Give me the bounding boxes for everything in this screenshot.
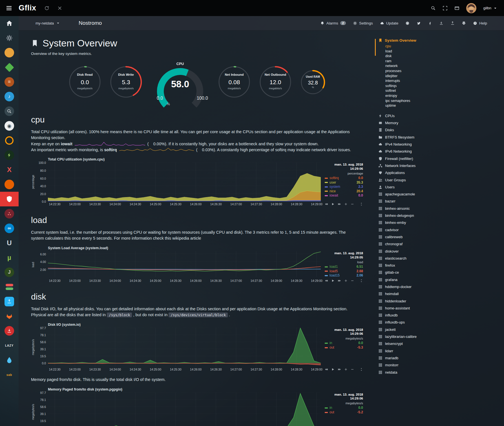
menu-app-monitorr[interactable]: monitorr [378,362,504,369]
menu-app-diskover[interactable]: diskover [378,247,504,255]
zoom-in-icon[interactable] [344,368,348,371]
legend-item-load5[interactable]: load5 2.68 [325,269,363,274]
sidebar-tab-grapes-app[interactable]: ∴ [0,206,19,221]
play-icon[interactable] [331,368,335,371]
menu-app-mariadb[interactable]: mariadb [378,354,504,362]
resize-handle-icon[interactable] [360,279,363,282]
play-icon[interactable] [331,202,335,206]
menu-section-ipv6-networking[interactable]: IPv6 Networking [378,148,504,155]
menu-app-heimdall[interactable]: heimdall [378,290,504,297]
sidebar-tab-downloader[interactable] [0,324,19,338]
zoom-out-icon[interactable] [351,368,354,371]
pan-left-icon[interactable] [325,279,328,282]
menu-item-uptime[interactable]: uptime [385,103,504,108]
resize-handle-icon[interactable] [360,368,363,371]
chart-plot-area[interactable] [48,328,321,367]
menu-item-ram[interactable]: ram [385,59,504,64]
menu-app-binhex-emby[interactable]: binhex-emby [378,219,504,226]
sidebar-tab-search-app[interactable] [0,104,19,119]
legend-item-iowait[interactable]: iowait 0.0 [325,193,363,198]
nav-upload[interactable] [450,21,455,25]
menu-section-disks[interactable]: Disks [378,126,504,133]
refresh-icon[interactable] [44,6,49,11]
menu-section-cpus[interactable]: CPUs [378,112,504,119]
legend-item-out[interactable]: out -5.2 [325,410,363,415]
menu-section-applications[interactable]: Applications [378,169,504,176]
menu-item-ipc-semaphores[interactable]: ipc semaphores [385,99,504,104]
menu-app-influxdb[interactable]: influxdb [378,312,504,319]
menu-section-memory[interactable]: Memory [378,119,504,126]
menu-app-home-assistant[interactable]: home-assistant [378,305,504,312]
legend-item-system[interactable]: system 2.3 [325,185,363,189]
legend-item-load1[interactable]: load1 6.51 [325,265,363,269]
search-icon[interactable] [431,6,436,11]
menu-app-binhex-airsonic[interactable]: binhex-airsonic [378,205,504,212]
menu-item-disk[interactable]: disk [385,54,504,59]
sidebar-tab-unraid-app[interactable]: U [0,236,19,250]
menu-system-overview[interactable]: System Overview [378,38,504,43]
menu-section-network-interfaces[interactable]: Network Interfaces [378,162,504,169]
menu-section-users[interactable]: Users [378,184,504,191]
close-icon[interactable] [57,6,62,11]
gauge-net-inbound[interactable]: Net Inbound 0.08 megabits/s [218,65,251,99]
gauge-disk-write[interactable]: Disk Write 5.3 megabytes/s [109,65,143,99]
sidebar-tab-shield-app[interactable] [0,192,19,206]
legend-item-user[interactable]: user 35.3 [325,180,363,185]
sidebar-tab-settings[interactable] [0,31,19,45]
sidebar-tab-gitlab[interactable] [0,309,19,324]
sidebar-tab-filebrowser[interactable] [0,294,19,309]
menu-app-lidarr[interactable]: lidarr [378,347,504,354]
menu-app-gitlab-ce[interactable]: gitlab-ce [378,269,504,276]
pan-left-icon[interactable] [325,368,328,371]
user-menu[interactable]: gilbn [483,6,498,11]
menu-icon[interactable] [6,5,12,12]
menu-item-entropy[interactable]: entropy [385,93,504,99]
nav-facebook[interactable] [428,21,432,25]
menu-app-calibreweb[interactable]: calibreweb [378,233,504,240]
legend-item-softirq[interactable]: softirq 0.0 [325,176,363,180]
menu-item-softirqs[interactable]: softirqs [385,84,504,89]
menu-item-processes[interactable]: processes [385,69,504,74]
menu-item-softnet[interactable]: softnet [385,88,504,93]
menu-app-elasticsearch[interactable]: elasticsearch [378,255,504,262]
menu-item-idlejitter[interactable]: idlejitter [385,74,504,79]
legend-item-nice[interactable]: nice 20.4 [325,189,363,194]
gauge-disk-read[interactable]: Disk Read 0.0 megabytes/s [68,65,101,99]
server-dropdown[interactable]: my-netdata [36,21,61,26]
sidebar-tab-pills-app[interactable] [0,280,19,294]
menu-app-jackett[interactable]: jackett [378,326,504,333]
play-icon[interactable] [331,279,335,282]
menu-section-ipv4-networking[interactable]: IPv4 Networking [378,141,504,148]
zoom-out-icon[interactable] [351,202,354,206]
sidebar-tab-deluge[interactable]: ∞ [0,221,19,236]
nav-twitter[interactable] [417,21,421,25]
menu-item-load[interactable]: load [385,49,504,54]
nav-help[interactable]: ? Help [473,21,487,25]
legend-item-load15[interactable]: load15 2.06 [325,273,363,278]
sidebar-tab-ring-app[interactable] [0,133,19,148]
menu-app-netdata[interactable]: netdata [378,369,504,376]
sidebar-tab-sabnzbd[interactable]: sab [0,367,19,382]
menu-section-user-groups[interactable]: User Groups [378,176,504,183]
windows-icon[interactable] [454,6,459,11]
menu-item-network[interactable]: network [385,64,504,69]
sidebar-tab-xteve[interactable]: X [0,162,19,177]
sidebar-tab-utorrent[interactable]: µ [0,250,19,265]
legend-item-in[interactable]: in 0.0 [325,406,363,410]
zoom-out-icon[interactable] [351,279,354,282]
menu-item-cpu[interactable]: cpu [385,44,504,49]
sidebar-tab-jackett[interactable]: J [0,265,19,280]
pan-right-icon[interactable] [338,202,341,206]
fullscreen-icon[interactable] [443,6,448,11]
sidebar-tab-home[interactable] [0,16,19,31]
pan-right-icon[interactable] [338,368,341,371]
menu-app-hddtemp-docker[interactable]: hddtemp-docker [378,283,504,290]
avatar[interactable] [466,3,476,13]
pan-left-icon[interactable] [325,202,328,206]
chart-plot-area[interactable] [48,251,321,278]
pan-right-icon[interactable] [338,279,341,282]
chart-plot-area[interactable] [48,392,321,426]
sidebar-tab-firefox[interactable] [0,177,19,192]
legend-item-in[interactable]: in 0.0 [325,341,363,345]
sidebar-tab-bolt-app[interactable] [0,148,19,162]
